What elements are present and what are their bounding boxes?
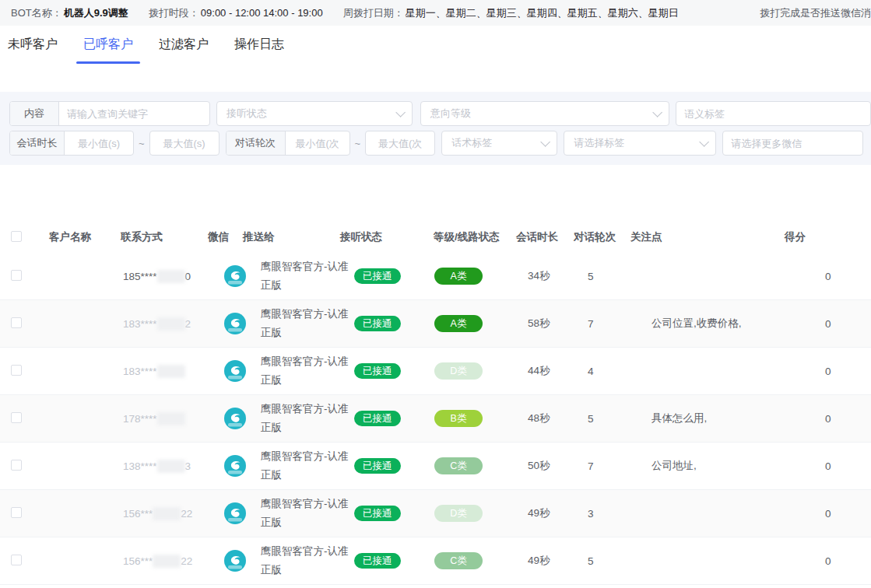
week-days-label: 周拨打日期： [343,6,404,20]
semantic-tag-input[interactable] [676,102,870,125]
grade-badge: A类 [434,268,483,285]
turns-cell: 5 [572,413,629,425]
wechat-cell [196,550,241,572]
push-to-name: 鹰眼智客官方-认准正版 [241,495,349,531]
push-to-name: 鹰眼智客官方-认准正版 [241,400,349,436]
grade-badge: D类 [434,505,483,523]
header-push-to: 推送给 [241,230,339,244]
push-to-name: 鹰眼智客官方-认准正版 [241,542,349,579]
table-row: 183**** 鹰眼智客官方-认准正版 已接通 D类 44秒 4 0 [0,348,871,395]
duration-cell: 49秒 [515,554,572,568]
duration-cell: 34秒 [515,269,572,283]
script-tag-placeholder: 话术标签 [451,136,492,150]
listen-status-badge: 已接通 [354,363,401,380]
duration-max-input[interactable] [150,131,219,155]
redaction-blur [153,507,181,520]
row-checkbox[interactable] [11,365,22,376]
bot-name-label: BOT名称： [11,6,62,20]
redaction-blur [157,460,185,473]
duration-min-group: 会话时长 [9,131,134,156]
wechat-cell [196,455,241,477]
wechat-cell [196,502,241,524]
score-cell: 0 [783,413,871,425]
turns-cell: 5 [572,555,629,567]
duration-cell: 58秒 [515,317,572,331]
listen-status-badge: 已接通 [354,268,401,285]
turns-min-input[interactable] [286,131,349,155]
turns-cell: 7 [572,460,629,472]
content-label: 内容 [10,102,59,125]
redaction-blur [157,365,185,378]
duration-min-input[interactable] [65,131,133,155]
header-contact: 联系方式 [109,230,196,244]
contact-phone: 156***22 [109,555,196,568]
row-checkbox[interactable] [11,555,22,565]
redaction-blur [153,555,181,568]
select-all-checkbox[interactable] [11,231,22,242]
contact-phone: 185****0 [109,270,196,283]
grade-badge: B类 [434,410,483,428]
filter-row-2: 会话时长 ~ 对话轮次 ~ 话术标签 请选择标签 [9,131,871,156]
row-checkbox[interactable] [11,412,22,423]
row-checkbox[interactable] [11,270,22,281]
redaction-blur [157,317,185,331]
more-wechat-input[interactable] [723,131,862,155]
select-tag-select[interactable]: 请选择标签 [564,131,716,156]
turns-cell: 4 [572,366,629,377]
row-checkbox[interactable] [11,507,22,518]
content-keyword-group: 内容 [9,101,210,126]
listen-status-select[interactable]: 接听状态 [216,101,413,126]
table-header: 客户名称 联系方式 微信 推送给 接听状态 等级/线路状态 会话时长 对话轮次 … [0,222,871,253]
contact-phone: 183**** [109,365,196,378]
score-cell: 0 [783,508,871,520]
push-to-name: 鹰眼智客官方-认准正版 [241,257,349,294]
keyword-input[interactable] [59,102,209,125]
filter-panel: 内容 接听状态 意向等级 会话时长 ~ 对话轮次 ~ [0,92,871,165]
row-checkbox[interactable] [11,317,22,328]
bot-info-bar: BOT名称： 机器人9.9调整 拨打时段： 09:00 - 12:00 14:0… [0,0,871,26]
intent-level-select[interactable]: 意向等级 [420,101,669,126]
contact-phone: 183****2 [109,317,196,331]
turns-label: 对话轮次 [227,131,286,155]
turns-cell: 7 [572,318,629,330]
row-checkbox[interactable] [11,460,22,471]
more-wechat-group [722,131,863,156]
script-tag-select[interactable]: 话术标签 [441,131,557,156]
wechat-cell [196,265,241,287]
header-focus: 关注点 [629,230,783,244]
tilde-separator: ~ [139,138,145,149]
week-days-value: 星期一、星期二、星期三、星期四、星期五、星期六、星期日 [406,6,679,20]
bot-name-group: BOT名称： 机器人9.9调整 [11,6,128,20]
table-row: 156***22 鹰眼智客官方-认准正版 已接通 C类 49秒 5 0 [0,537,871,585]
dial-period-label: 拨打时段： [149,6,199,20]
tab-called-customers[interactable]: 已呼客户 [83,32,133,64]
dial-period-group: 拨打时段： 09:00 - 12:00 14:00 - 19:00 [149,6,323,20]
select-tag-placeholder: 请选择标签 [574,136,624,150]
tab-uncalled-customers[interactable]: 未呼客户 [8,32,58,64]
turns-cell: 5 [572,271,629,282]
turns-cell: 3 [572,508,629,520]
tilde-separator: ~ [355,138,361,149]
table-body: 185****0 鹰眼智客官方-认准正版 已接通 A类 34秒 5 0 183*… [0,253,871,585]
grade-badge: C类 [434,552,483,570]
listen-status-badge: 已接通 [354,411,401,427]
wechat-cell [196,313,241,334]
listen-status-badge: 已接通 [354,506,401,522]
push-wechat-label: 拨打完成是否推送微信消 [760,6,871,20]
chevron-down-icon [699,137,709,147]
table-row: 138****3 鹰眼智客官方-认准正版 已接通 C类 50秒 7 公司地址, … [0,443,871,490]
score-cell: 0 [783,366,871,377]
tab-operation-log[interactable]: 操作日志 [234,32,284,64]
header-duration: 会话时长 [515,230,572,244]
contact-phone: 138****3 [109,460,196,473]
header-listen-status: 接听状态 [339,230,432,244]
tab-filtered-customers[interactable]: 过滤客户 [159,32,209,64]
focus-cell: 公司地址, [629,459,783,473]
contact-phone: 156***22 [109,507,196,520]
week-days-group: 周拨打日期： 星期一、星期二、星期三、星期四、星期五、星期六、星期日 [343,6,679,20]
turns-max-input[interactable] [366,131,434,155]
table-row: 156***22 鹰眼智客官方-认准正版 已接通 D类 49秒 3 0 [0,490,871,537]
push-to-name: 鹰眼智客官方-认准正版 [241,447,349,484]
header-wechat: 微信 [196,230,241,244]
table-row: 183****2 鹰眼智客官方-认准正版 已接通 A类 58秒 7 公司位置,收… [0,300,871,348]
